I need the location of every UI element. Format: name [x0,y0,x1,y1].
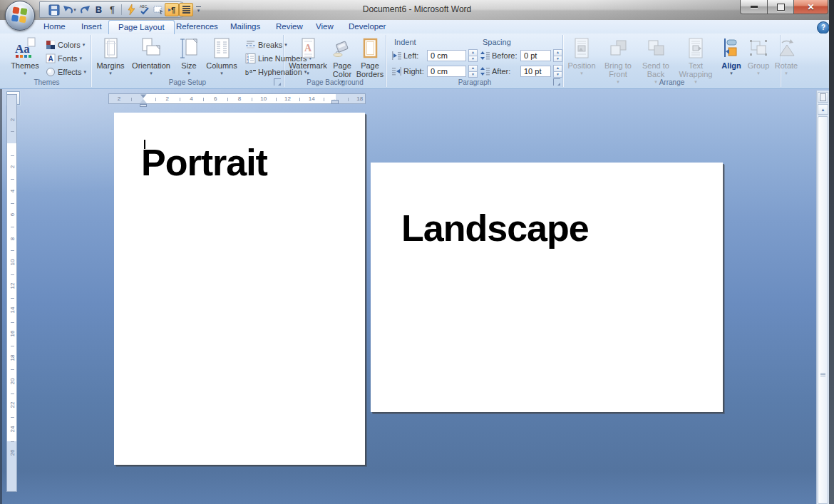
tab-review[interactable]: Review [267,20,312,34]
breaks-button[interactable]: Breaks▾ [245,38,287,51]
left-indent-marker[interactable] [140,104,147,107]
bold-button[interactable]: B [92,3,105,16]
ruler-toggle-button[interactable] [818,92,828,103]
svg-text:A: A [304,43,312,53]
send-to-back-button[interactable]: Send to Back ▾ [638,36,674,81]
tab-developer[interactable]: Developer [339,20,395,34]
indent-left-field: Left: [391,49,418,62]
v-ruler[interactable]: 22468101214161820222426 [6,94,17,492]
undo-button[interactable]: ▾ [61,3,78,16]
spacing-after-icon [480,66,490,76]
scroll-up-button[interactable]: ▲ [818,104,828,115]
tab-view[interactable]: View [307,20,343,34]
group-themes: Aa Themes ▾ Colors▾ A Fonts▾ Effects▾ Th… [3,35,91,87]
orientation-button[interactable]: Orientation ▾ [129,36,173,81]
spacing-after-spinner[interactable]: ▲▼ [553,65,562,78]
theme-colors-button[interactable]: Colors▾ [46,38,85,51]
spacing-before-spinner[interactable]: ▲▼ [553,49,562,62]
spacing-after-input[interactable]: 10 pt [520,66,551,77]
rotate-button[interactable]: Rotate ▾ [772,36,800,81]
group-button[interactable]: Group ▾ [745,36,772,81]
spelling-button[interactable]: ABC [138,3,151,16]
indent-left-spinner[interactable]: ▲▼ [468,49,478,62]
help-button[interactable]: ? [817,21,830,34]
watermark-icon: A [287,37,329,61]
indent-right-spinner[interactable]: ▲▼ [468,65,478,78]
redo-button[interactable] [78,3,92,16]
minimize-button[interactable] [740,0,768,14]
ribbon: Aa Themes ▾ Colors▾ A Fonts▾ Effects▾ Th… [0,34,834,89]
size-icon [175,37,203,61]
dropdown-arrow-icon: ▾ [718,71,745,76]
page-setup-dialog-launcher[interactable] [274,78,281,86]
h-ruler[interactable]: 2246810121418 [108,93,366,104]
formatting-marks-button[interactable]: ¶ [105,3,119,16]
show-formatting-button[interactable]: ▸¶ [165,3,179,16]
title-bar: Document6 - Microsoft Word ✕ ▾ B ¶ [0,0,834,21]
position-icon [565,37,598,61]
tab-home[interactable]: Home [34,20,75,34]
spacing-before-input[interactable]: 0 pt [520,50,551,61]
spin-up-icon: ▲ [553,65,562,71]
ribbon-tab-row: Home Insert Page Layout References Maili… [0,20,834,34]
position-button[interactable]: Position ▾ [565,36,598,81]
align-icon [718,37,745,61]
page-portrait[interactable]: Portrait [114,113,365,465]
columns-icon [203,37,240,61]
hanging-indent-marker[interactable] [140,99,147,103]
text-wrapping-button[interactable]: Text Wrapping ▾ [675,36,716,81]
indent-right-input[interactable]: 0 cm [427,66,466,77]
size-button[interactable]: Size ▾ [175,36,203,81]
align-button[interactable]: Align ▾ [718,36,745,81]
spelling-icon: ABC [139,4,150,15]
page-borders-button[interactable]: Page Borders [356,36,384,81]
watermark-button[interactable]: A Watermark ▾ [287,36,329,81]
office-button[interactable] [5,1,35,31]
svg-text:Aa: Aa [15,42,30,56]
theme-effects-button[interactable]: Effects▾ [46,66,86,78]
save-button[interactable] [47,3,61,16]
close-button[interactable]: ✕ [794,0,828,14]
breaks-icon [245,40,256,50]
columns-button[interactable]: Columns ▾ [203,36,240,81]
qat-customize-button[interactable]: ▾ [196,6,201,13]
page-borders-icon [356,37,384,61]
hyphenation-icon: ba [245,67,256,77]
dropdown-arrow-icon: ▾ [175,71,203,76]
dropdown-arrow-icon: ▾ [287,71,329,76]
line-numbers-icon: 123 [245,53,256,63]
margins-button[interactable]: Margins ▾ [93,36,128,81]
tab-references[interactable]: References [167,20,227,34]
tab-insert[interactable]: Insert [72,20,111,34]
group-label-paragraph: Paragraph [387,78,562,86]
spacing-heading: Spacing [483,38,511,46]
spin-down-icon: ▼ [468,56,478,63]
page-color-icon [329,37,356,61]
rotate-icon [772,37,800,61]
spacing-before-icon [480,51,490,61]
restore-button[interactable] [768,0,794,14]
first-line-indent-marker[interactable] [140,94,147,98]
tab-mailings[interactable]: Mailings [221,20,269,34]
theme-fonts-icon: A [46,53,56,63]
spin-up-icon: ▲ [468,49,478,56]
themes-button[interactable]: Aa Themes ▾ [7,36,43,81]
indent-left-input[interactable]: 0 cm [427,50,466,61]
vertical-scrollbar[interactable]: ▲ [816,91,829,504]
bring-to-front-button[interactable]: Bring to Front ▾ [599,36,637,81]
justify-button[interactable] [179,3,193,16]
spin-down-icon: ▼ [553,71,562,78]
macros-icon [126,4,136,15]
svg-text:ABC: ABC [140,4,148,9]
theme-fonts-button[interactable]: A Fonts▾ [46,52,82,64]
right-indent-marker[interactable] [331,99,338,103]
page-landscape[interactable]: Landscape [371,163,723,412]
page-color-button[interactable]: Page Color ▾ [329,36,356,81]
qat-separator [121,4,122,15]
macros-button[interactable] [124,3,138,16]
undo-icon [63,5,73,15]
select-object-button[interactable] [151,3,165,16]
tab-page-layout[interactable]: Page Layout [108,20,175,34]
scrollbar-thumb[interactable] [818,116,828,504]
paragraph-dialog-launcher[interactable] [553,78,560,86]
